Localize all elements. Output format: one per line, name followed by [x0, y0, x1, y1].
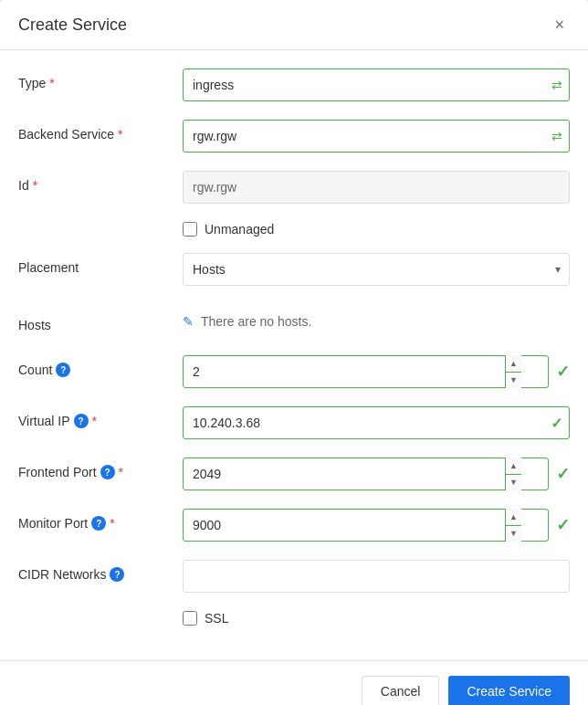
monitor-port-check-icon: ✓ — [556, 515, 570, 535]
count-row: Count ? ▲ ▼ ✓ — [18, 355, 570, 390]
monitor-port-row: Monitor Port ? * ▲ ▼ ✓ — [18, 509, 570, 543]
ssl-row: SSL — [18, 611, 570, 626]
type-swap-icon: ⇄ — [551, 78, 562, 92]
backend-service-input[interactable] — [183, 120, 570, 153]
id-required: * — [33, 178, 37, 193]
monitor-port-up-button[interactable]: ▲ — [506, 509, 521, 526]
backend-service-row: Backend Service * ⇄ — [18, 120, 570, 154]
hosts-placeholder: There are no hosts. — [201, 314, 311, 329]
virtual-ip-input-wrap: ✓ — [183, 406, 570, 439]
monitor-port-required: * — [110, 516, 114, 531]
close-button[interactable]: × — [549, 15, 570, 35]
frontend-port-control: ▲ ▼ ✓ — [183, 458, 570, 490]
count-label: Count ? — [18, 355, 183, 377]
cidr-networks-help-icon[interactable]: ? — [110, 567, 124, 582]
id-label: Id * — [18, 171, 183, 193]
count-spinner-wrap: ▲ ▼ — [183, 355, 549, 388]
type-control: ⇄ — [183, 68, 570, 101]
placement-row: Placement Hosts Label Count ▾ — [18, 253, 570, 288]
frontend-port-down-button[interactable]: ▼ — [506, 475, 521, 491]
placement-label: Placement — [18, 253, 183, 275]
type-input[interactable] — [183, 68, 570, 101]
frontend-port-required: * — [119, 465, 123, 479]
create-service-button[interactable]: Create Service — [448, 676, 570, 705]
virtual-ip-required: * — [92, 414, 97, 428]
id-input-wrap — [183, 171, 570, 204]
id-input — [183, 171, 570, 204]
type-label: Type * — [18, 68, 183, 90]
id-row: Id * — [18, 171, 570, 205]
type-required: * — [49, 76, 54, 90]
count-input[interactable] — [183, 355, 549, 388]
hosts-label: Hosts — [18, 310, 183, 332]
backend-service-label: Backend Service * — [18, 120, 183, 142]
count-spinners: ▲ ▼ — [505, 355, 521, 388]
count-help-icon[interactable]: ? — [56, 363, 70, 377]
type-row: Type * ⇄ — [18, 68, 570, 103]
dialog-title: Create Service — [18, 16, 127, 35]
placement-select-wrap: Hosts Label Count ▾ — [183, 253, 570, 286]
ssl-label[interactable]: SSL — [205, 611, 228, 626]
count-down-button[interactable]: ▼ — [506, 373, 521, 389]
monitor-port-spinners: ▲ ▼ — [505, 509, 521, 542]
unmanaged-row: Unmanaged — [18, 222, 570, 237]
create-service-dialog: Create Service × Type * ⇄ Backend Servic… — [0, 0, 588, 705]
virtual-ip-row: Virtual IP ? * ✓ — [18, 406, 570, 441]
frontend-port-spinner-wrap: ▲ ▼ — [183, 458, 549, 490]
monitor-port-help-icon[interactable]: ? — [91, 516, 106, 531]
placement-select[interactable]: Hosts Label Count — [183, 253, 570, 286]
dialog-header: Create Service × — [0, 0, 588, 50]
monitor-port-control: ▲ ▼ ✓ — [183, 509, 570, 542]
virtual-ip-control: ✓ — [183, 406, 570, 439]
cidr-networks-input[interactable] — [183, 560, 570, 593]
virtual-ip-check-icon: ✓ — [551, 415, 562, 432]
hosts-content: ✎ There are no hosts. — [183, 314, 570, 329]
id-control — [183, 171, 570, 204]
ssl-checkbox[interactable] — [183, 611, 197, 626]
virtual-ip-input[interactable] — [183, 406, 570, 439]
placement-control: Hosts Label Count ▾ — [183, 253, 570, 286]
virtual-ip-label: Virtual IP ? * — [18, 406, 183, 428]
count-check-icon: ✓ — [556, 362, 570, 382]
frontend-port-row: Frontend Port ? * ▲ ▼ ✓ — [18, 458, 570, 492]
hosts-row: Hosts ✎ There are no hosts. — [18, 304, 570, 339]
frontend-port-label: Frontend Port ? * — [18, 458, 183, 479]
cidr-networks-row: CIDR Networks ? — [18, 560, 570, 595]
backend-service-required: * — [118, 127, 122, 142]
monitor-port-label: Monitor Port ? * — [18, 509, 183, 531]
unmanaged-label[interactable]: Unmanaged — [205, 222, 274, 237]
count-up-button[interactable]: ▲ — [506, 355, 521, 373]
backend-service-control: ⇄ — [183, 120, 570, 153]
monitor-port-input[interactable] — [183, 509, 549, 542]
cidr-networks-input-wrap — [183, 560, 570, 593]
frontend-port-input[interactable] — [183, 458, 549, 490]
unmanaged-checkbox[interactable] — [183, 222, 197, 237]
count-control: ▲ ▼ ✓ — [183, 355, 570, 388]
backend-service-input-wrap: ⇄ — [183, 120, 570, 153]
frontend-port-help-icon[interactable]: ? — [100, 465, 115, 479]
monitor-port-spinner-wrap: ▲ ▼ — [183, 509, 549, 542]
hosts-edit-icon[interactable]: ✎ — [183, 314, 194, 329]
virtual-ip-help-icon[interactable]: ? — [74, 414, 89, 428]
type-input-wrap: ⇄ — [183, 68, 570, 101]
frontend-port-up-button[interactable]: ▲ — [506, 458, 521, 475]
backend-service-swap-icon: ⇄ — [551, 129, 562, 143]
cidr-networks-control — [183, 560, 570, 593]
dialog-footer: Cancel Create Service — [0, 660, 588, 705]
monitor-port-down-button[interactable]: ▼ — [506, 526, 521, 542]
frontend-port-spinners: ▲ ▼ — [505, 458, 521, 490]
frontend-port-check-icon: ✓ — [556, 464, 570, 484]
dialog-body: Type * ⇄ Backend Service * ⇄ — [0, 50, 588, 660]
cancel-button[interactable]: Cancel — [362, 676, 440, 705]
cidr-networks-label: CIDR Networks ? — [18, 560, 183, 582]
